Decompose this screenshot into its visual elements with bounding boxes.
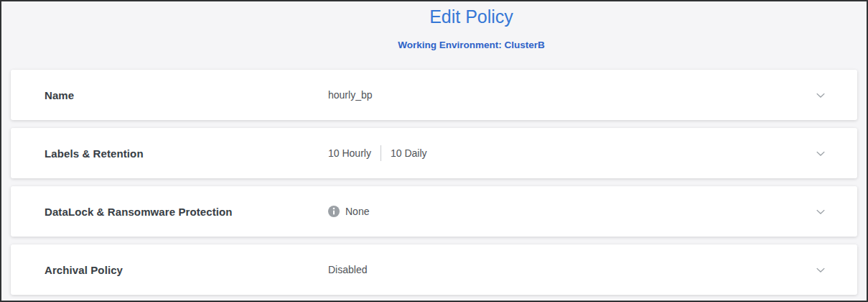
info-icon [328,206,340,217]
edit-policy-dialog: Edit Policy Working Environment: Cluster… [0,0,868,302]
dialog-header: Edit Policy Working Environment: Cluster… [39,1,868,50]
section-labels-retention-value: 10 Hourly 10 Daily [328,145,427,161]
page-title: Edit Policy [39,6,868,27]
section-name[interactable]: Name hourly_bp [11,70,857,120]
retention-daily-value: 10 Daily [391,147,427,159]
chevron-down-icon[interactable] [814,147,827,160]
retention-divider [381,145,381,161]
chevron-down-icon[interactable] [814,263,827,276]
retention-hourly-value: 10 Hourly [328,147,371,159]
section-datalock[interactable]: DataLock & Ransomware Protection None [11,186,857,237]
section-labels-retention-label: Labels & Retention [45,147,328,160]
section-datalock-label: DataLock & Ransomware Protection [45,206,328,218]
datalock-value-text: None [345,206,369,217]
section-archival[interactable]: Archival Policy Disabled [11,244,857,295]
policy-sections: Name hourly_bp Labels & Retention 10 Hou… [11,70,857,295]
chevron-down-icon[interactable] [814,88,827,101]
section-name-label: Name [45,89,328,101]
section-archival-value: Disabled [328,264,367,275]
chevron-down-icon[interactable] [814,205,827,218]
section-datalock-value: None [328,206,369,217]
section-archival-label: Archival Policy [45,264,328,276]
section-name-value: hourly_bp [328,89,373,101]
section-labels-retention[interactable]: Labels & Retention 10 Hourly 10 Daily [11,128,857,178]
working-environment-subtitle: Working Environment: ClusterB [39,40,868,50]
